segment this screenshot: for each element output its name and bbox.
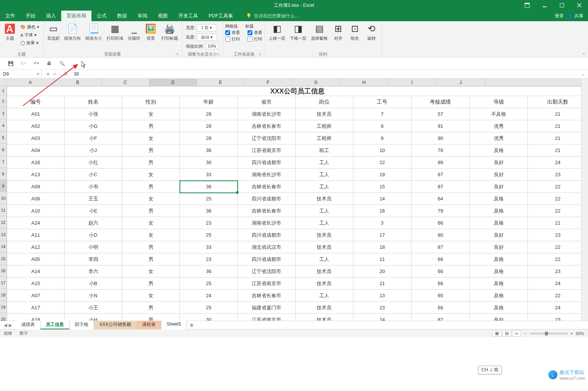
table-cell[interactable]: 技术员: [296, 241, 353, 253]
group-button[interactable]: ⊡组合: [347, 22, 362, 42]
table-cell[interactable]: 33: [180, 169, 238, 181]
row-header[interactable]: 7: [0, 156, 6, 168]
table-cell[interactable]: 33: [180, 241, 238, 253]
table-cell[interactable]: 30: [180, 157, 238, 169]
table-cell[interactable]: 江苏省南京市: [238, 314, 296, 321]
table-cell[interactable]: 男: [122, 278, 180, 290]
table-cell[interactable]: 25: [180, 278, 238, 290]
table-cell[interactable]: 66: [411, 302, 469, 314]
table-cell[interactable]: 技术员: [296, 229, 353, 241]
table-header-cell[interactable]: 省市: [238, 96, 296, 108]
table-cell[interactable]: A17: [7, 302, 65, 314]
table-cell[interactable]: 21: [528, 108, 588, 120]
table-cell[interactable]: A01: [7, 108, 65, 120]
row-header[interactable]: 10: [0, 192, 6, 204]
table-cell[interactable]: 女: [122, 132, 180, 144]
table-cell[interactable]: 女: [122, 229, 180, 241]
table-cell[interactable]: 女: [122, 290, 180, 302]
table-cell[interactable]: 24: [528, 157, 588, 169]
table-cell[interactable]: 26: [180, 108, 238, 120]
table-cell[interactable]: A03: [7, 132, 65, 144]
menu-tab-9[interactable]: PDF工具集: [203, 11, 238, 21]
table-cell[interactable]: 男: [122, 157, 180, 169]
row-header[interactable]: 14: [0, 240, 6, 253]
table-cell[interactable]: 良好: [469, 229, 528, 241]
table-cell[interactable]: 及格: [469, 265, 528, 278]
table-cell[interactable]: 女: [122, 169, 180, 181]
table-cell[interactable]: 小韦: [64, 181, 122, 193]
column-header[interactable]: H: [340, 79, 388, 86]
sheet-nav-next[interactable]: ▶: [9, 323, 12, 328]
gridlines-print-checkbox[interactable]: [225, 37, 230, 42]
table-cell[interactable]: 工程师: [296, 120, 353, 132]
table-cell[interactable]: 辽宁省沈阳市: [238, 265, 296, 278]
table-cell[interactable]: 22: [528, 241, 588, 253]
table-cell[interactable]: 22: [528, 253, 588, 265]
table-cell[interactable]: 四川省成都市: [238, 193, 296, 205]
row-header[interactable]: 20: [0, 313, 6, 321]
table-cell[interactable]: A15: [7, 278, 65, 290]
table-cell[interactable]: 优秀: [469, 132, 528, 144]
send-backward-button[interactable]: ◨下移一层: [288, 22, 308, 42]
table-cell[interactable]: A18: [7, 314, 65, 321]
orientation-button[interactable]: 📄纸张方向: [63, 22, 82, 42]
table-cell[interactable]: 工人: [296, 253, 353, 265]
menu-tab-2[interactable]: 插入: [41, 11, 61, 21]
zoom-slider[interactable]: [530, 333, 568, 334]
tell-me-search[interactable]: 💡 告诉我您想要做什么…: [246, 13, 299, 19]
row-header[interactable]: 6: [0, 144, 6, 156]
table-cell[interactable]: 四川省成都市: [238, 253, 296, 265]
row-header[interactable]: 18: [0, 289, 6, 301]
table-cell[interactable]: 19: [353, 169, 411, 181]
table-cell[interactable]: 工人: [296, 157, 353, 169]
table-cell[interactable]: 64: [411, 193, 469, 205]
table-cell[interactable]: 辽宁省沈阳市: [238, 132, 296, 144]
print-preview-button[interactable]: 🔍: [58, 60, 66, 67]
table-cell[interactable]: 66: [411, 217, 469, 229]
row-header[interactable]: 1: [0, 86, 6, 95]
table-cell[interactable]: 17: [353, 229, 411, 241]
row-header[interactable]: 5: [0, 132, 6, 144]
table-cell[interactable]: 男: [122, 144, 180, 157]
save-button[interactable]: 💾: [7, 60, 14, 67]
table-cell[interactable]: 助工: [296, 144, 353, 157]
column-header[interactable]: A: [7, 79, 54, 86]
headings-print-checkbox[interactable]: [248, 37, 252, 42]
table-cell[interactable]: 不及格: [469, 108, 528, 120]
table-cell[interactable]: 男: [122, 241, 180, 253]
table-cell[interactable]: 30: [180, 314, 238, 321]
redo-button[interactable]: ↻ ▾: [20, 60, 27, 67]
table-header-cell[interactable]: 年龄: [180, 96, 238, 108]
table-cell[interactable]: 79: [411, 205, 469, 217]
menu-tab-7[interactable]: 视图: [153, 11, 173, 21]
table-cell[interactable]: 及格: [469, 193, 528, 205]
table-cell[interactable]: A13: [7, 169, 65, 181]
sheet-tab[interactable]: 课程表: [137, 321, 161, 329]
table-cell[interactable]: A09: [7, 181, 65, 193]
table-cell[interactable]: 87: [411, 314, 469, 321]
breaks-button[interactable]: ⎯分隔符: [126, 22, 142, 42]
normal-view-button[interactable]: ▦: [492, 330, 501, 337]
table-cell[interactable]: 22: [528, 205, 588, 217]
gridlines-view-checkbox[interactable]: [225, 30, 230, 35]
zoom-level[interactable]: 80%: [576, 331, 584, 336]
menu-tab-0[interactable]: 文件: [0, 11, 20, 21]
table-cell[interactable]: 80: [411, 229, 469, 241]
table-cell[interactable]: 66: [411, 278, 469, 290]
table-cell[interactable]: 20: [353, 265, 411, 278]
table-cell[interactable]: 女: [122, 193, 180, 205]
table-cell[interactable]: 36: [180, 181, 238, 193]
table-cell[interactable]: 吉林省长春市: [238, 120, 296, 132]
table-cell[interactable]: 及格: [469, 290, 528, 302]
select-all-corner[interactable]: [0, 79, 7, 86]
maximize-button[interactable]: [553, 0, 571, 11]
row-header[interactable]: 2: [0, 95, 6, 107]
table-cell[interactable]: A10: [7, 205, 65, 217]
rotate-button[interactable]: ⟲旋转: [364, 22, 379, 42]
table-cell[interactable]: 21: [528, 132, 588, 144]
table-cell[interactable]: 9: [353, 132, 411, 144]
table-cell[interactable]: 21: [353, 278, 411, 290]
table-cell[interactable]: 21: [528, 120, 588, 132]
table-cell[interactable]: 李四: [64, 253, 122, 265]
table-cell[interactable]: 23: [180, 253, 238, 265]
